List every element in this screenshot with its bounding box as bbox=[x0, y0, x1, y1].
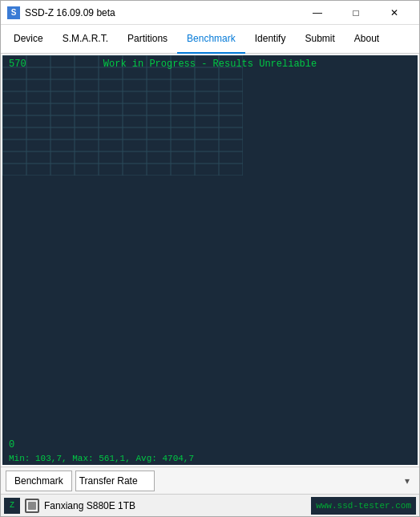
chart-notice: Work in Progress - Results Unreliable bbox=[103, 59, 317, 70]
tab-submit[interactable]: Submit bbox=[295, 25, 344, 54]
menubar: Device S.M.A.R.T. Partitions Benchmark I… bbox=[1, 25, 419, 54]
metric-select-wrapper: Transfer Rate Read Speed Write Speed Acc… bbox=[75, 471, 414, 491]
statusbar: Z Fanxiang S880E 1TB www.ssd-tester.com bbox=[1, 494, 419, 516]
app-icon: S bbox=[7, 6, 20, 19]
tab-benchmark[interactable]: Benchmark bbox=[177, 25, 245, 54]
chart-y-min: 0 bbox=[9, 439, 14, 450]
minimize-button[interactable]: — bbox=[299, 1, 336, 25]
chart-stats: Min: 103,7, Max: 561,1, Avg: 4704,7 bbox=[9, 454, 194, 463]
benchmark-button[interactable]: Benchmark bbox=[6, 471, 72, 491]
window-title: SSD-Z 16.09.09 beta bbox=[25, 7, 299, 18]
chart-grid bbox=[2, 55, 243, 176]
tab-about[interactable]: About bbox=[345, 25, 389, 54]
status-drive-info: Fanxiang S880E 1TB bbox=[25, 499, 306, 513]
bottom-toolbar: Benchmark Transfer Rate Read Speed Write… bbox=[1, 467, 419, 494]
status-website: www.ssd-tester.com bbox=[311, 497, 416, 515]
main-window: S SSD-Z 16.09.09 beta — □ ✕ Device S.M.A… bbox=[0, 0, 420, 517]
drive-icon bbox=[25, 499, 39, 513]
titlebar: S SSD-Z 16.09.09 beta — □ ✕ bbox=[1, 1, 419, 25]
chart-y-max: 570 bbox=[9, 59, 26, 70]
maximize-button[interactable]: □ bbox=[337, 1, 374, 25]
tab-smart[interactable]: S.M.A.R.T. bbox=[53, 25, 118, 54]
window-controls: — □ ✕ bbox=[299, 1, 413, 25]
tab-device[interactable]: Device bbox=[4, 25, 53, 54]
benchmark-chart: 570 Work in Progress - Results Unreliabl… bbox=[2, 55, 418, 465]
app-icon-letter: S bbox=[11, 8, 17, 17]
status-icon-letter: Z bbox=[10, 501, 14, 510]
close-button[interactable]: ✕ bbox=[376, 1, 413, 25]
drive-name: Fanxiang S880E 1TB bbox=[44, 500, 135, 511]
metric-select[interactable]: Transfer Rate Read Speed Write Speed Acc… bbox=[75, 471, 155, 491]
status-app-icon: Z bbox=[4, 498, 20, 514]
tab-partitions[interactable]: Partitions bbox=[118, 25, 177, 54]
tab-identify[interactable]: Identify bbox=[245, 25, 296, 54]
